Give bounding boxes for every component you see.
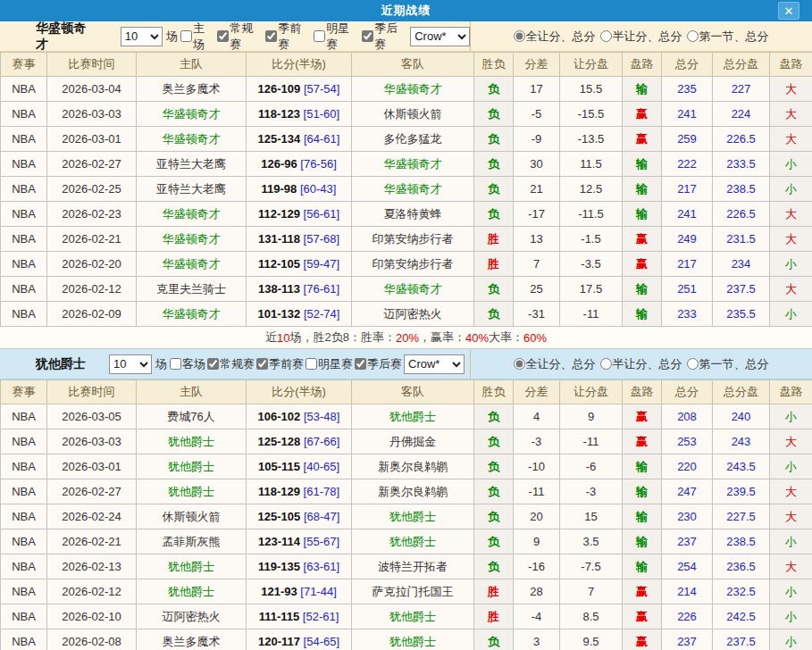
filter-checkbox[interactable] [180, 30, 192, 42]
point-diff-cell: -4 [514, 604, 560, 629]
column-header: 总分盘 [713, 53, 770, 77]
filter-checkbox-text: 明星赛 [318, 356, 353, 372]
filter-checkbox-label[interactable]: 季前赛 [255, 356, 304, 372]
filter-checkbox-text: 客场 [182, 356, 205, 372]
filter-checkbox-label[interactable]: 明星赛 [312, 21, 360, 53]
filter-checkbox[interactable] [306, 358, 317, 370]
filter-checkbox-label[interactable]: 季后赛 [360, 21, 408, 53]
game-row: NBA2026-03-03华盛顿奇才118-123 [51-60]休斯顿火箭负-… [1, 102, 812, 127]
point-diff-cell: -17 [514, 202, 560, 227]
date-cell: 2026-03-04 [47, 77, 137, 102]
odds-mode-radio[interactable] [514, 30, 525, 42]
filter-checkbox[interactable] [217, 30, 229, 42]
final-score: 105-115 [258, 460, 300, 473]
column-header: 主队 [137, 53, 247, 77]
filter-checkbox[interactable] [265, 30, 277, 42]
game-row: NBA2026-02-09华盛顿奇才101-132 [52-74]迈阿密热火负-… [1, 302, 812, 327]
filter-checkbox-label[interactable]: 客场 [168, 356, 205, 372]
score-cell: 119-98 [60-43] [247, 177, 352, 202]
odds-mode-radio[interactable] [600, 30, 612, 42]
column-header: 总分 [662, 380, 713, 404]
score-cell: 119-135 [63-61] [247, 554, 352, 579]
filter-checkbox[interactable] [256, 358, 268, 370]
score-cell: 101-132 [52-74] [247, 302, 352, 327]
odds-mode-radio-text: 第一节、总分 [699, 29, 769, 45]
filter-checkbox[interactable] [355, 358, 366, 370]
away-team-cell: 犹他爵士 [352, 629, 474, 650]
win-loss-cell: 负 [474, 479, 514, 504]
odds-company-select[interactable]: Crow* [410, 27, 470, 46]
score-cell: 131-118 [57-68] [247, 227, 352, 252]
over-under-cell: 大 [770, 127, 812, 152]
close-button[interactable]: ✕ [778, 2, 799, 20]
filter-bar: 华盛顿奇才 10 场 主场常规赛季前赛明星赛季后赛 Crow* 全让分、总分半让… [0, 21, 812, 52]
filter-checkbox[interactable] [314, 30, 325, 42]
odds-mode-radios: 全让分、总分半让分、总分第一节、总分 [471, 349, 812, 379]
odds-mode-radio[interactable] [514, 358, 525, 370]
score-cell: 111-115 [52-61] [247, 604, 352, 629]
filter-checkbox[interactable] [207, 358, 219, 370]
filter-checkbox[interactable] [170, 358, 181, 370]
team-name: 犹他爵士 [36, 356, 86, 372]
odds-mode-radio-label[interactable]: 第一节、总分 [685, 29, 769, 45]
odds-mode-radio-label[interactable]: 第一节、总分 [685, 356, 769, 372]
home-team-cell: 犹他爵士 [137, 429, 247, 454]
handicap-cell: 15.5 [560, 77, 623, 102]
halftime-score: [68-47] [300, 510, 339, 523]
handicap-cell: -13.5 [560, 127, 623, 152]
odds-mode-radio[interactable] [687, 30, 699, 42]
odds-mode-radio[interactable] [687, 358, 699, 370]
score-cell: 121-93 [71-44] [247, 579, 352, 604]
odds-mode-radio-label[interactable]: 半让分、总分 [599, 29, 682, 45]
date-cell: 2026-02-23 [47, 202, 137, 227]
halftime-score: [71-44] [297, 585, 337, 598]
date-cell: 2026-02-12 [47, 579, 137, 604]
handicap-result-cell: 赢 [623, 579, 662, 604]
final-score: 112-129 [258, 207, 300, 221]
games-count-select[interactable]: 10 [109, 354, 152, 374]
handicap-cell: -15.5 [560, 102, 623, 127]
odds-mode-radio[interactable] [600, 358, 612, 370]
win-loss-cell: 负 [474, 277, 514, 302]
final-score: 118-129 [258, 485, 300, 498]
final-score: 123-114 [258, 535, 300, 548]
filter-checkbox-label[interactable]: 常规赛 [215, 21, 264, 53]
total-points-cell: 222 [662, 152, 713, 177]
filter-checkbox-label[interactable]: 常规赛 [205, 356, 255, 372]
league-cell: NBA [1, 604, 47, 629]
over-under-cell: 大 [770, 429, 812, 454]
odds-mode-radio-label[interactable]: 全让分、总分 [512, 29, 596, 45]
league-cell: NBA [1, 127, 47, 152]
score-cell: 120-117 [54-65] [247, 629, 352, 650]
date-cell: 2026-02-09 [47, 302, 137, 327]
odds-mode-radio-label[interactable]: 全让分、总分 [512, 356, 596, 372]
halftime-score: [40-65] [300, 460, 339, 473]
away-team-cell: 犹他爵士 [352, 404, 474, 429]
filter-checkbox-label[interactable]: 主场 [179, 21, 215, 53]
point-diff-cell: 21 [514, 177, 560, 202]
halftime-score: [76-61] [300, 282, 339, 296]
odds-mode-radio-label[interactable]: 半让分、总分 [599, 356, 682, 372]
filter-checkbox[interactable] [362, 30, 373, 42]
filter-checkbox-label[interactable]: 季后赛 [353, 356, 402, 372]
date-cell: 2026-02-27 [47, 479, 137, 504]
filter-checkbox-label[interactable]: 季前赛 [264, 21, 312, 53]
summary-text: ，赢率： [419, 329, 465, 346]
away-team-cell: 华盛顿奇才 [352, 77, 474, 102]
handicap-result-cell: 赢 [623, 252, 662, 277]
handicap-cell: -7.5 [560, 554, 623, 579]
final-score: 118-123 [258, 107, 300, 121]
point-diff-cell: 25 [514, 277, 560, 302]
away-team-cell: 多伦多猛龙 [352, 127, 474, 152]
filter-checkbox-label[interactable]: 明星赛 [304, 356, 353, 372]
away-team-cell: 休斯顿火箭 [352, 102, 474, 127]
column-header: 总分盘 [713, 380, 770, 404]
results-table: 赛事比赛时间主队比分(半场)客队胜负分差让分盘盘路总分总分盘盘路 NBA2026… [0, 379, 812, 650]
halftime-score: [53-48] [300, 410, 339, 423]
over-under-cell: 小 [770, 454, 812, 479]
games-count-select[interactable]: 10 [121, 27, 163, 46]
record-summary: 近 10 场，胜2负8：胜率：20%，赢率：40% 大率：60% [0, 327, 812, 349]
odds-company-select[interactable]: Crow* [404, 354, 465, 374]
handicap-result-cell: 输 [623, 277, 662, 302]
total-line-cell: 226.5 [713, 202, 770, 227]
